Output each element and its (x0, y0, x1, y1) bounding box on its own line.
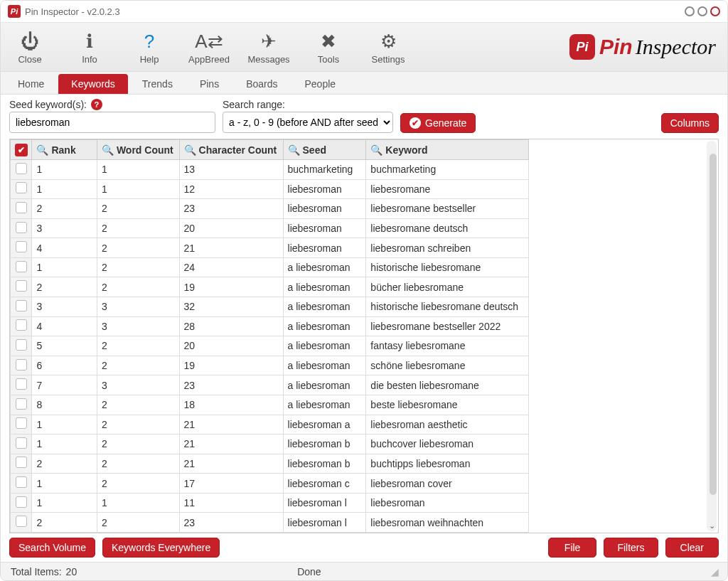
clear-button[interactable]: Clear (665, 538, 719, 558)
titlebar: Pi Pin Inspector - v2.0.2.3 (1, 1, 727, 22)
columns-button[interactable]: Columns (661, 113, 719, 133)
window-controls (685, 6, 720, 16)
cell: 11 (179, 493, 283, 513)
header-rank[interactable]: Rank (51, 144, 75, 156)
ribbon-help[interactable]: ?Help (126, 26, 173, 68)
row-checkbox[interactable] (16, 398, 27, 410)
ribbon-label: Close (18, 54, 41, 65)
search-range-select[interactable]: a - z, 0 - 9 (before AND after seed (223, 112, 393, 133)
cell: 1 (32, 415, 97, 435)
header-char-count[interactable]: Character Count (199, 144, 277, 156)
ribbon-tools[interactable]: ✖Tools (305, 26, 352, 68)
tab-pins[interactable]: Pins (187, 74, 232, 94)
header-word-count[interactable]: Word Count (117, 144, 173, 156)
header-keyword[interactable]: Keyword (385, 144, 427, 156)
footer-buttons: Search Volume Keywords Everywhere File F… (1, 533, 727, 562)
table-row[interactable]: 2219a liebesromanbücher liebesromane (11, 277, 529, 297)
cell: 1 (32, 493, 97, 513)
search-icon: 🔍 (288, 144, 300, 156)
results-area: ✔ 🔍Rank 🔍Word Count 🔍Character Count 🔍Se… (1, 139, 727, 533)
cell: 23 (179, 375, 283, 395)
keywords-everywhere-button[interactable]: Keywords Everywhere (102, 538, 220, 558)
ribbon-appbreed[interactable]: A⇄AppBreed (186, 26, 232, 68)
table-row[interactable]: 8218a liebesromanbeste liebesromane (11, 395, 529, 415)
tab-keywords[interactable]: Keywords (58, 74, 127, 94)
table-row[interactable]: 1111liebesroman lliebesroman (11, 493, 529, 513)
row-checkbox[interactable] (16, 457, 27, 468)
table-row[interactable]: 4221 liebesromanliebesroman schreiben (11, 238, 529, 258)
search-volume-button[interactable]: Search Volume (9, 538, 95, 558)
table-row[interactable]: 4328a liebesromanliebesromane bestseller… (11, 316, 529, 336)
table-row[interactable]: 3220 liebesromanliebesromane deutsch (11, 218, 529, 238)
table-row[interactable]: 5220a liebesromanfantasy liebesromane (11, 336, 529, 356)
row-checkbox[interactable] (16, 378, 27, 390)
row-checkbox[interactable] (16, 417, 27, 429)
ribbon-label: Tools (318, 54, 339, 65)
row-checkbox[interactable] (16, 241, 27, 252)
ribbon-settings[interactable]: ⚙Settings (365, 26, 412, 68)
row-checkbox[interactable] (16, 222, 27, 233)
generate-button[interactable]: ✔ Generate (400, 113, 476, 133)
row-checkbox[interactable] (16, 496, 27, 508)
cell: 1 (97, 493, 179, 513)
table-row[interactable]: 1113buchmarketingbuchmarketing (11, 160, 529, 180)
table-row[interactable]: 1217liebesroman cliebesroman cover (11, 474, 529, 494)
table-row[interactable]: 2223 liebesromanliebesromane bestseller (11, 199, 529, 219)
help-icon[interactable]: ? (91, 99, 102, 110)
ribbon-messages[interactable]: ✈Messages (245, 26, 292, 68)
cell: liebesroman c (283, 474, 366, 494)
cell: 1 (32, 160, 97, 180)
preview-pane: ⌃ ⌄ (529, 139, 718, 533)
cell: liebesroman l (283, 513, 366, 533)
minimize-icon[interactable] (685, 6, 695, 16)
cell: 8 (32, 395, 97, 415)
table-row[interactable]: 1221liebesroman aliebesroman aesthetic (11, 415, 529, 435)
table-row[interactable]: 1224a liebesromanhistorische liebesroman… (11, 257, 529, 277)
row-checkbox[interactable] (16, 182, 27, 193)
cell: 3 (97, 375, 179, 395)
cell: 19 (179, 356, 283, 375)
cell: liebesromane bestseller (366, 199, 529, 219)
table-row[interactable]: 2221liebesroman bbuchtipps liebesroman (11, 454, 529, 474)
row-checkbox[interactable] (16, 202, 27, 213)
row-checkbox[interactable] (16, 300, 27, 311)
tab-home[interactable]: Home (5, 74, 57, 94)
row-checkbox[interactable] (16, 339, 27, 351)
scrollbar-thumb[interactable] (710, 154, 717, 495)
tab-trends[interactable]: Trends (129, 74, 186, 94)
table-row[interactable]: 1221liebesroman bbuchcover liebesroman (11, 435, 529, 454)
ribbon-close[interactable]: ⏻Close (6, 26, 53, 68)
row-checkbox[interactable] (16, 437, 27, 449)
table-row[interactable]: 3332a liebesromanhistorische liebesroman… (11, 297, 529, 317)
file-button[interactable]: File (548, 538, 597, 558)
brand-inspector: Inspector (636, 35, 716, 59)
tab-people[interactable]: People (291, 74, 348, 94)
table-row[interactable]: 6219a liebesromanschöne liebesromane (11, 356, 529, 375)
row-checkbox[interactable] (16, 280, 27, 292)
row-checkbox[interactable] (16, 163, 27, 174)
resize-grip-icon[interactable]: ◢ (711, 566, 717, 577)
seed-input[interactable] (9, 112, 215, 133)
close-icon[interactable] (710, 6, 720, 16)
search-icon: 🔍 (370, 144, 382, 156)
messages-icon: ✈ (261, 30, 277, 53)
row-checkbox[interactable] (16, 261, 27, 272)
table-row[interactable]: 7323a liebesromandie besten liebesromane (11, 375, 529, 395)
cell: 2 (97, 415, 179, 435)
cell: 1 (97, 179, 179, 199)
scroll-down-icon[interactable]: ⌄ (707, 521, 717, 531)
row-checkbox[interactable] (16, 319, 27, 331)
row-checkbox[interactable] (16, 476, 27, 488)
header-seed[interactable]: Seed (303, 144, 326, 156)
ribbon-info[interactable]: ℹInfo (66, 26, 113, 68)
table-row[interactable]: 2223liebesroman lliebesroman weihnachten (11, 513, 529, 533)
filters-button[interactable]: Filters (604, 538, 658, 558)
row-checkbox[interactable] (16, 516, 27, 527)
table-row[interactable]: 1112 liebesromanliebesromane (11, 179, 529, 199)
maximize-icon[interactable] (697, 6, 707, 16)
row-checkbox[interactable] (16, 359, 27, 371)
total-items-value: 20 (66, 566, 77, 577)
cell: liebesroman schreiben (366, 238, 529, 258)
select-all-checkbox[interactable]: ✔ (15, 144, 28, 156)
tab-boards[interactable]: Boards (233, 74, 290, 94)
